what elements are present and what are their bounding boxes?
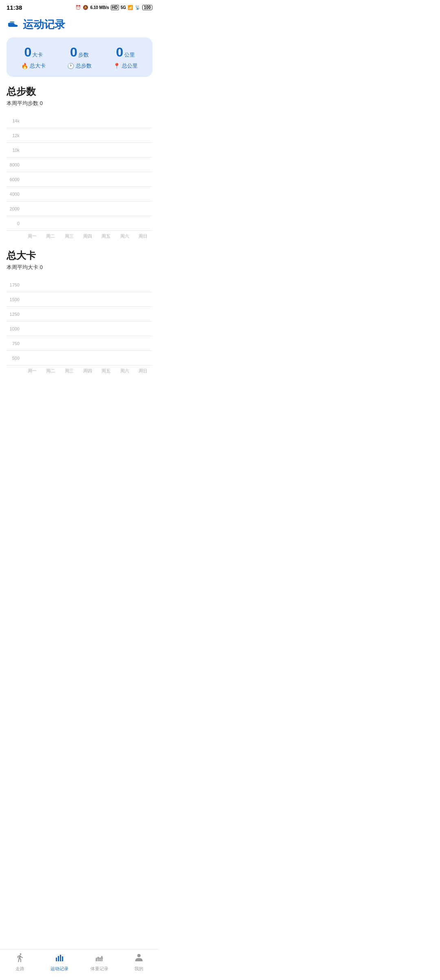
summary-card: 0 大卡 🔥 总大卡 0 步数 🕐 总步数 0 公里 � [7,37,152,77]
location-icon: 📍 [113,63,120,69]
chart-row-2000: 2000 [7,201,152,216]
distance-label: 总公里 [122,62,138,70]
chart-row-12k: 12k [7,128,152,143]
steps-unit: 步数 [78,51,89,59]
signal-label: 5G [121,5,126,10]
calories-section-title: 总大卡 [7,249,152,262]
steps-value: 0 [70,45,77,60]
calories-chart-grid: 1750 1500 1250 1000 750 [7,278,152,365]
steps-section-subtitle: 本周平均步数 0 [7,100,152,107]
status-icons: ⏰ 🔕 6.10 MB/s HD 5G 📶 📡 100 [75,5,152,10]
chart-row-1500: 1500 [7,292,152,307]
calories-label: 总大卡 [30,62,46,70]
chart-row-750: 750 [7,336,152,351]
hd-icon: HD [111,5,119,10]
network-speed: 6.10 MB/s [90,5,109,10]
main-content: 运动记录 0 大卡 🔥 总大卡 0 步数 🕐 总步数 0 [0,13,159,416]
steps-label: 总步数 [76,62,92,70]
alarm-icon: ⏰ [75,5,81,10]
clock-icon: 🕐 [67,63,74,69]
chart-row-6000: 6000 [7,172,152,187]
steps-section: 总步数 本周平均步数 0 14k 12k 10k [0,85,159,239]
signal-bars-icon: 📶 [128,5,133,10]
mute-icon: 🔕 [83,5,88,10]
battery-label: 100 [142,5,152,10]
steps-chart-grid: 14k 12k 10k 8000 6000 [7,114,152,231]
chart-row-14k: 14k [7,114,152,128]
page-header: 运动记录 [0,13,159,37]
fire-icon: 🔥 [21,63,28,69]
chart-row-500: 500 [7,351,152,365]
calories-x-labels: 周一 周二 周三 周四 周五 周六 周日 [23,368,152,374]
status-bar: 11:38 ⏰ 🔕 6.10 MB/s HD 5G 📶 📡 100 [0,0,159,13]
steps-section-title: 总步数 [7,85,152,98]
shoe-icon [7,17,20,33]
chart-row-1250: 1250 [7,307,152,322]
chart-row-4000: 4000 [7,187,152,201]
summary-steps: 0 步数 🕐 总步数 [67,45,92,70]
chart-row-0: 0 [7,216,152,231]
steps-x-labels: 周一 周二 周三 周四 周五 周六 周日 [23,233,152,239]
summary-distance: 0 公里 📍 总公里 [113,45,138,70]
chart-row-1750: 1750 [7,278,152,292]
calories-avg-value: 0 [40,264,43,270]
wifi-icon: 📡 [135,5,141,10]
calories-chart: 1750 1500 1250 1000 750 [7,278,152,374]
calories-section: 总大卡 本周平均大卡 0 1750 1500 1250 10 [0,249,159,374]
distance-value: 0 [116,45,123,60]
calories-unit: 大卡 [32,51,43,59]
chart-row-1000: 1000 [7,322,152,336]
status-time: 11:38 [7,4,22,11]
chart-row-10k: 10k [7,143,152,158]
steps-chart: 14k 12k 10k 8000 6000 [7,114,152,239]
page-title: 运动记录 [23,18,65,32]
steps-avg-value: 0 [40,100,43,106]
summary-calories: 0 大卡 🔥 总大卡 [21,45,46,70]
distance-unit: 公里 [124,51,135,59]
calories-value: 0 [24,45,31,60]
calories-section-subtitle: 本周平均大卡 0 [7,264,152,271]
chart-row-8000: 8000 [7,158,152,172]
